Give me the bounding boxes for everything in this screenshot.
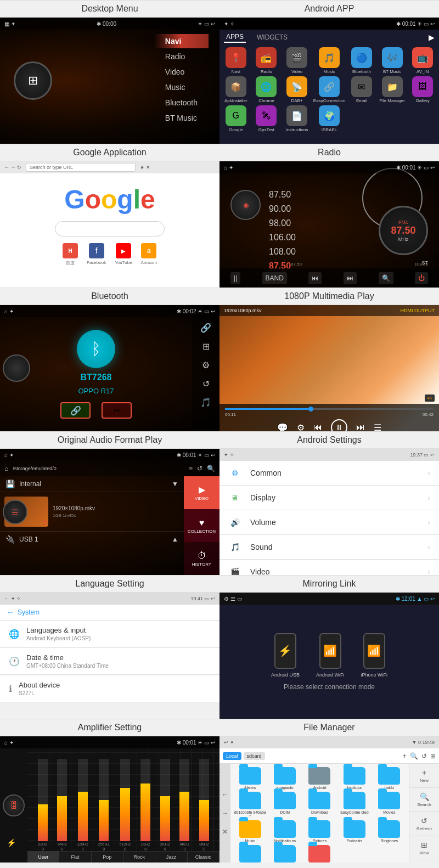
radio-freq-5[interactable]: 108.00	[269, 247, 357, 257]
aa-tab-apps[interactable]: APPS	[224, 32, 246, 43]
as-item-display[interactable]: 🖥 Display ›	[219, 486, 439, 510]
g-bookmark-youtube[interactable]: ▶ YouTube	[115, 243, 132, 266]
radio-ctrl-search[interactable]: 🔍	[379, 272, 393, 284]
dm-menu-item-bluetooth[interactable]: Bluetooth	[154, 95, 209, 110]
mm-settings-btn[interactable]: ⚙	[297, 422, 305, 432]
af-refresh-icon[interactable]: ↺	[197, 465, 202, 472]
fm-file-scjtest[interactable]: scj_test	[234, 845, 266, 863]
fm-windows-btn[interactable]: ☰ Windows	[409, 860, 439, 863]
dm-menu-item-navi[interactable]: Navi	[154, 34, 209, 48]
amp-bar-2khz[interactable]: 2KHZ 0	[160, 748, 170, 851]
radio-ctrl-power[interactable]: ⏻	[415, 272, 428, 284]
ls-back-icon[interactable]: ←	[7, 608, 14, 617]
bt-sidebar-grid[interactable]: ⊞	[202, 341, 210, 352]
mm-next-btn[interactable]: ⏭	[356, 422, 365, 431]
amp-preset-user[interactable]: User	[27, 852, 59, 863]
amp-preset-pop[interactable]: Pop	[92, 852, 123, 863]
fm-file-dcim[interactable]: DCIM	[268, 792, 301, 818]
fm-new-icon[interactable]: +	[403, 752, 407, 760]
mm-prev-btn[interactable]: ⏮	[313, 422, 322, 431]
af-collection-btn[interactable]: ♥ COLLECTION	[184, 509, 219, 542]
radio-freq-3[interactable]: 98.00	[269, 218, 357, 228]
radio-freq-4[interactable]: 106.00	[269, 233, 357, 243]
fm-file-notifications[interactable]: Notificatio ns	[268, 820, 301, 843]
bt-sidebar-link[interactable]: 🔗	[200, 323, 211, 333]
app-filemanager[interactable]: 📁File Manager	[378, 76, 407, 103]
amp-preset-jazz[interactable]: Jazz	[155, 852, 187, 863]
as-item-volume[interactable]: 🔊 Volume ›	[219, 510, 439, 535]
fm-refresh-btn[interactable]: ↺ Refresh	[409, 812, 439, 836]
radio-freq-1[interactable]: 87.50	[269, 190, 357, 200]
dm-menu-item-video[interactable]: Video	[154, 65, 209, 79]
fm-file-baidu[interactable]: baidu	[373, 767, 406, 790]
app-video[interactable]: 🎬Video	[283, 47, 311, 74]
fm-search-icon[interactable]: 🔍	[410, 752, 418, 760]
bt-sidebar-settings[interactable]: ⚙	[202, 360, 210, 370]
app-google[interactable]: GGoogle	[222, 105, 250, 132]
fm-nav-x[interactable]: ✕	[222, 828, 228, 836]
amp-bar-128hz[interactable]: 128HZ 0	[77, 748, 88, 851]
ls-item-languages[interactable]: 🌐 Languages & input Android Keyboard (AO…	[0, 621, 219, 647]
mm-list-btn[interactable]: ☰	[374, 422, 381, 432]
g-bookmark-facebook[interactable]: f Facebook	[87, 243, 106, 266]
radio-ctrl-band[interactable]: BAND	[262, 272, 287, 284]
app-navi[interactable]: 📍Navi	[222, 47, 250, 74]
af-history-btn[interactable]: ⏱ HISTORY	[184, 542, 219, 575]
app-gallery[interactable]: 🖼Gallery	[408, 76, 437, 103]
app-music[interactable]: 🎵Music	[313, 47, 345, 74]
amp-bar-256hz[interactable]: 256HZ 0	[98, 748, 110, 851]
app-israel[interactable]: 🌍ISRAEL	[313, 105, 345, 132]
dm-home-icon[interactable]: ⊞	[14, 61, 52, 100]
app-chrome[interactable]: 🌐Chrome	[252, 76, 281, 103]
g-url-bar[interactable]: Search or type URL	[26, 163, 136, 172]
amp-bar-1khz[interactable]: 1KHZ 0	[140, 748, 150, 851]
app-radio[interactable]: 📻Radio	[252, 47, 281, 74]
af-usb-storage[interactable]: 🔌 USB 1 ▲	[0, 531, 184, 547]
dm-menu-item-radio[interactable]: Radio	[154, 49, 209, 64]
fm-tab-sdcard[interactable]: sdcard	[244, 752, 265, 760]
fm-view-icon[interactable]: ⊞	[430, 752, 436, 760]
fm-file-pictures[interactable]: Pictures	[303, 820, 336, 843]
fm-search-btn[interactable]: 🔍 Search	[409, 788, 439, 812]
fm-file-download[interactable]: Download	[303, 792, 336, 818]
radio-freq-2[interactable]: 90.00	[269, 204, 357, 214]
amp-bar-32hz[interactable]: 32HZ 0	[38, 748, 48, 851]
amp-bar-8khz[interactable]: 8KHZ 0	[199, 748, 209, 851]
fm-file-music[interactable]: Music	[234, 820, 266, 843]
app-instructions[interactable]: 📄Instructions	[283, 105, 311, 132]
bt-sidebar-refresh[interactable]: ↺	[202, 379, 210, 389]
ls-item-about[interactable]: ℹ About device S227L	[0, 675, 219, 702]
mm-subtitle-btn[interactable]: 💬	[277, 422, 288, 432]
fm-file-movies[interactable]: Movies	[373, 792, 406, 818]
ml-device-iphone-wifi[interactable]: 📶 iPhone WiFi	[361, 633, 388, 678]
radio-ctrl-pause[interactable]: ||	[230, 272, 240, 284]
radio-ctrl-next[interactable]: ⏭	[344, 272, 357, 284]
fm-file-d01c0[interactable]: d01c0bbfe 940abaf	[234, 792, 266, 818]
as-item-video[interactable]: 🎬 Video ›	[219, 560, 439, 575]
af-video-btn[interactable]: ▶ VIDEO	[184, 476, 219, 509]
af-filter-icon[interactable]: ≡	[189, 465, 193, 472]
app-avin[interactable]: 📺AV_IN	[408, 47, 437, 74]
fm-file-podcasts[interactable]: Podcasts	[338, 820, 370, 843]
fm-nav-fwd[interactable]: →	[222, 809, 228, 817]
af-search-icon[interactable]: 🔍	[207, 465, 215, 472]
mm-progress-bar[interactable]	[225, 408, 434, 410]
fm-file-amapauto[interactable]: amapauto	[268, 767, 301, 790]
ml-device-android-usb[interactable]: ⚡ Android USB	[271, 633, 300, 678]
af-internal-storage[interactable]: 💾 Internal ▼	[0, 476, 184, 492]
fm-file-tsstorage[interactable]: TsStorage	[268, 845, 301, 863]
fm-file-alarms[interactable]: Alarms	[234, 767, 266, 790]
app-btmusic[interactable]: 🎶BT Music	[378, 47, 407, 74]
app-gpstest[interactable]: 🛰GpsTest	[252, 105, 281, 132]
amp-preset-classic[interactable]: Classic	[188, 852, 219, 863]
g-search-box[interactable]	[55, 221, 165, 236]
aa-play-icon[interactable]: ▶	[429, 33, 435, 42]
app-email[interactable]: ✉Email	[347, 76, 376, 103]
fm-nav-back[interactable]: ←	[222, 791, 228, 798]
fm-file-test-video[interactable]: 测试音视频	[303, 845, 336, 863]
g-bookmark-amazon[interactable]: a Amazon	[141, 243, 157, 266]
app-easyconnection[interactable]: 🔗EasyConnection	[313, 76, 345, 103]
mm-pause-btn[interactable]: ⏸	[331, 419, 347, 431]
aa-tab-widgets[interactable]: WIDGETS	[255, 32, 290, 42]
as-item-sound[interactable]: 🎵 Sound ›	[219, 535, 439, 560]
